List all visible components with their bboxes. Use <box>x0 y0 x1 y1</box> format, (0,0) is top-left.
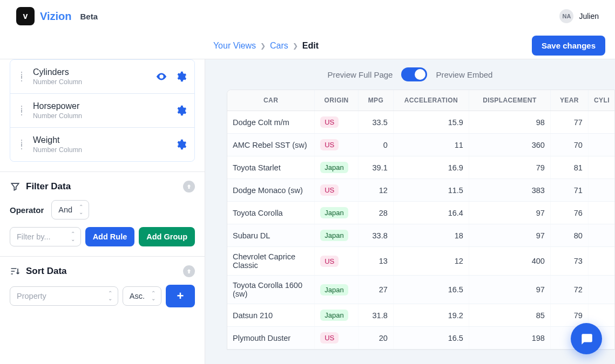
table-header-row: CARORIGINMPGACCELERATIONDISPLACEMENTYEAR… <box>227 90 614 111</box>
cell-origin: Japan <box>315 276 359 304</box>
cell-mpg: 28 <box>359 202 394 224</box>
column-actions <box>156 71 187 83</box>
user-menu[interactable]: NA Julien <box>559 9 599 23</box>
column-title: Weight <box>33 135 175 145</box>
add-rule-button[interactable]: Add Rule <box>85 227 135 246</box>
origin-badge: Japan <box>320 230 348 241</box>
filter-by-select[interactable]: Filter by... ⌃⌄ <box>10 227 81 246</box>
origin-badge: Japan <box>320 162 348 173</box>
chat-icon <box>579 332 593 346</box>
cell-year: 76 <box>550 202 588 224</box>
cell-mpg: 33.8 <box>359 224 394 247</box>
chevron-updown-icon: ⌃⌄ <box>71 231 75 242</box>
breadcrumb-root[interactable]: Your Views <box>213 41 256 51</box>
table-row[interactable]: Dodge Colt m/mUS33.515.99877 <box>227 111 614 134</box>
column-header[interactable]: DISPLACEMENT <box>469 90 550 111</box>
table-row[interactable]: Datsun 210Japan31.819.28579 <box>227 304 614 327</box>
chevron-updown-icon: ⌃⌄ <box>151 291 156 301</box>
preview-toggle[interactable] <box>401 67 427 81</box>
cell-origin: US <box>315 134 359 156</box>
drag-handle-icon[interactable]: ⋮⋮ <box>18 73 25 80</box>
cell-disp: 360 <box>469 134 550 156</box>
sort-direction-value: Asc. <box>130 292 145 300</box>
gear-icon[interactable] <box>175 71 187 83</box>
column-header[interactable]: CYLI <box>588 90 614 111</box>
chevron-right-icon: ❯ <box>260 42 266 50</box>
sort-section: Sort Data Property ⌃⌄ Asc. ⌃⌄ + <box>0 256 205 317</box>
table-row[interactable]: Plymouth DusterUS2016.519874 <box>227 327 614 349</box>
origin-badge: Japan <box>320 310 348 321</box>
brand[interactable]: v Vizion Beta <box>16 7 98 25</box>
origin-badge: US <box>320 256 339 267</box>
data-table: CARORIGINMPGACCELERATIONDISPLACEMENTYEAR… <box>227 90 615 350</box>
drag-handle-icon[interactable]: ⋮⋮ <box>18 107 25 114</box>
cell-origin: US <box>315 179 359 202</box>
table-row[interactable]: Toyota StarletJapan39.116.97981 <box>227 156 614 179</box>
cell-mpg: 27 <box>359 276 394 304</box>
table-row[interactable]: Chevrolet Caprice ClassicUS131240073 <box>227 247 614 276</box>
cell-disp: 97 <box>469 224 550 247</box>
column-header[interactable]: MPG <box>359 90 394 111</box>
origin-badge: US <box>320 332 339 344</box>
column-header[interactable]: CAR <box>227 90 315 111</box>
chat-button[interactable] <box>571 323 602 354</box>
origin-badge: US <box>320 116 339 128</box>
filter-icon <box>10 181 21 192</box>
preview-embed-label[interactable]: Preview Embed <box>436 70 492 79</box>
cell-cylinders <box>588 111 614 134</box>
column-info: HorsepowerNumber Column <box>33 101 175 120</box>
column-header[interactable]: YEAR <box>550 90 588 111</box>
cell-cylinders <box>588 224 614 247</box>
filter-section: Filter Data Operator And ⌃⌄ Filter by...… <box>0 171 205 256</box>
eye-icon[interactable] <box>156 71 167 83</box>
table-body: Dodge Colt m/mUS33.515.99877AMC Rebel SS… <box>227 111 614 349</box>
sort-property-select[interactable]: Property ⌃⌄ <box>10 286 118 306</box>
column-info: WeightNumber Column <box>33 135 175 154</box>
sort-section-title: Sort Data <box>26 266 178 277</box>
drag-handle-icon[interactable]: ⋮⋮ <box>18 141 25 148</box>
column-card[interactable]: ⋮⋮CylindersNumber Column <box>10 60 194 94</box>
sort-direction-select[interactable]: Asc. ⌃⌄ <box>123 286 161 306</box>
add-sort-button[interactable]: + <box>166 285 195 307</box>
cell-disp: 98 <box>469 111 550 134</box>
gear-icon[interactable] <box>175 105 187 116</box>
gear-icon[interactable] <box>175 139 187 150</box>
breadcrumb: Your Views ❯ Cars ❯ Edit <box>213 41 319 51</box>
column-header[interactable]: ORIGIN <box>315 90 359 111</box>
preview-pane: Preview Full Page Preview Embed CARORIGI… <box>205 59 615 364</box>
cell-car: Toyota Starlet <box>227 156 315 179</box>
collapse-sort-button[interactable] <box>183 265 195 277</box>
cell-mpg: 12 <box>359 179 394 202</box>
table-row[interactable]: Subaru DLJapan33.8189780 <box>227 224 614 247</box>
column-card[interactable]: ⋮⋮HorsepowerNumber Column <box>10 94 194 128</box>
origin-badge: US <box>320 184 339 196</box>
cell-car: Toyota Corolla 1600 (sw) <box>227 276 315 304</box>
table-row[interactable]: Dodge Monaco (sw)US1211.538371 <box>227 179 614 202</box>
cell-car: Dodge Colt m/m <box>227 111 315 134</box>
brand-beta-badge: Beta <box>80 12 98 21</box>
cell-cylinders <box>588 179 614 202</box>
operator-select[interactable]: And ⌃⌄ <box>51 200 89 219</box>
chevron-updown-icon: ⌃⌄ <box>79 204 83 215</box>
table-row[interactable]: AMC Rebel SST (sw)US01136070 <box>227 134 614 156</box>
sort-property-placeholder: Property <box>17 292 46 300</box>
cell-car: AMC Rebel SST (sw) <box>227 134 315 156</box>
chevron-right-icon: ❯ <box>293 42 298 50</box>
column-card[interactable]: ⋮⋮WeightNumber Column <box>10 128 194 161</box>
sort-icon <box>10 266 21 277</box>
origin-badge: Japan <box>320 207 348 218</box>
cell-mpg: 31.8 <box>359 304 394 327</box>
column-header[interactable]: ACCELERATION <box>393 90 469 111</box>
add-group-button[interactable]: Add Group <box>139 227 195 246</box>
column-subtitle: Number Column <box>33 146 175 154</box>
cell-car: Chevrolet Caprice Classic <box>227 247 315 276</box>
save-button[interactable]: Save changes <box>532 36 605 56</box>
cell-disp: 198 <box>469 327 550 349</box>
table-row[interactable]: Toyota CorollaJapan2816.49776 <box>227 202 614 224</box>
breadcrumb-parent[interactable]: Cars <box>270 41 288 51</box>
cell-origin: Japan <box>315 224 359 247</box>
cell-cylinders <box>588 304 614 327</box>
collapse-filter-button[interactable] <box>183 181 195 193</box>
preview-full-label[interactable]: Preview Full Page <box>328 70 393 79</box>
table-row[interactable]: Toyota Corolla 1600 (sw)Japan2716.59772 <box>227 276 614 304</box>
